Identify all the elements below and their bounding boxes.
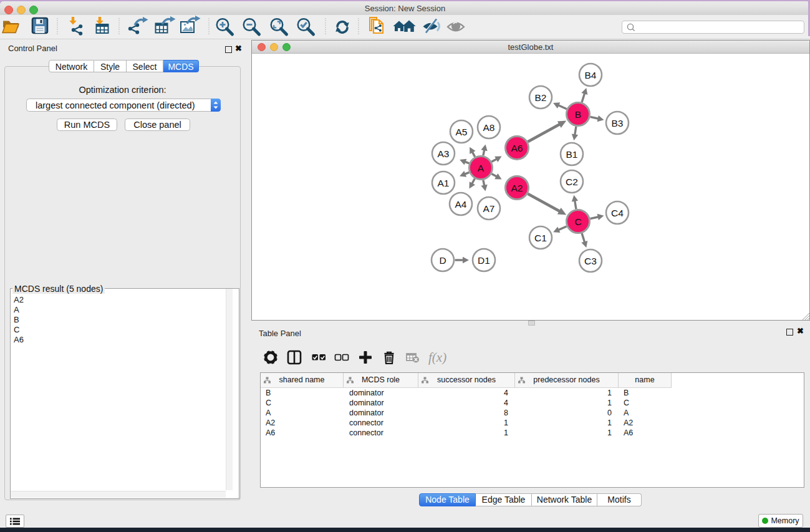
svg-text:A8: A8 <box>483 122 495 133</box>
svg-text:B2: B2 <box>535 92 547 103</box>
svg-text:B: B <box>575 109 581 120</box>
svg-text:A4: A4 <box>455 199 467 210</box>
svg-text:D1: D1 <box>478 255 490 266</box>
svg-text:B4: B4 <box>585 70 597 80</box>
svg-text:B1: B1 <box>566 149 578 160</box>
svg-text:B3: B3 <box>612 118 624 128</box>
svg-text:f(x): f(x) <box>428 350 446 365</box>
svg-text:C3: C3 <box>584 256 597 266</box>
svg-text:A6: A6 <box>511 143 523 153</box>
svg-text:A7: A7 <box>483 203 495 214</box>
svg-text:C1: C1 <box>534 233 547 243</box>
svg-text:A: A <box>478 163 485 173</box>
svg-text:C: C <box>574 216 581 227</box>
svg-text:A5: A5 <box>456 127 468 137</box>
svg-text:D: D <box>439 255 446 266</box>
svg-text:A2: A2 <box>511 183 523 193</box>
svg-text:C2: C2 <box>566 177 578 187</box>
svg-text:A1: A1 <box>438 178 450 188</box>
svg-text:C4: C4 <box>611 208 624 218</box>
svg-text:A3: A3 <box>438 148 450 159</box>
